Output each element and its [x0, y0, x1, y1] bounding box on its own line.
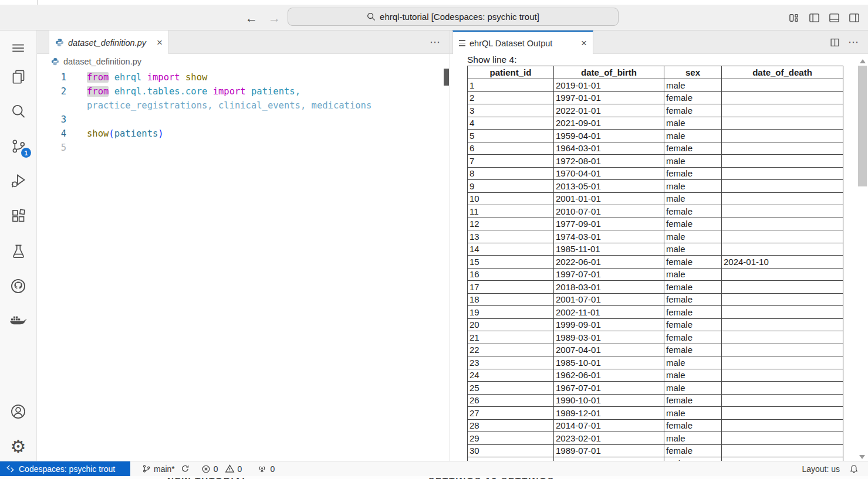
close-icon[interactable]: ×	[581, 38, 587, 48]
more-actions-icon[interactable]: ⋯	[848, 37, 860, 47]
code-line[interactable]: practice_registrations, clinical_events,…	[37, 98, 450, 113]
table-cell	[722, 281, 843, 294]
line-number[interactable]	[37, 98, 66, 113]
table-cell	[722, 130, 843, 142]
table-cell: female	[664, 344, 722, 356]
breadcrumb[interactable]: dataset_definition.py	[37, 54, 450, 69]
bell-icon[interactable]	[849, 464, 859, 474]
table-cell: female	[664, 419, 722, 432]
line-number[interactable]: 3	[37, 113, 66, 127]
table-cell: 9	[468, 180, 554, 193]
sidebar-item-github[interactable]	[0, 272, 36, 300]
toggle-panel-icon[interactable]	[829, 12, 840, 23]
table-cell: 2	[468, 91, 554, 104]
forward-button[interactable]: →	[268, 12, 281, 24]
line-number[interactable]: 5	[37, 141, 66, 155]
toggle-primary-sidebar-icon[interactable]	[809, 12, 820, 23]
webview-scrollbar[interactable]	[858, 57, 867, 461]
remote-indicator[interactable]: Codespaces: psychic trout	[0, 461, 130, 476]
line-number[interactable]: 2	[37, 84, 66, 98]
command-center-label: ehrql-tutorial [Codespaces: psychic trou…	[380, 12, 539, 22]
github-icon	[10, 278, 26, 294]
table-cell	[722, 79, 843, 92]
code-line[interactable]: 4show(patients)	[37, 127, 450, 141]
split-editor-icon[interactable]	[830, 38, 840, 47]
sidebar-item-search[interactable]	[0, 97, 36, 125]
sidebar-item-explorer[interactable]	[0, 62, 36, 90]
table-cell: 12	[468, 218, 554, 230]
tab-label: ehrQL Dataset Output	[470, 39, 552, 48]
accounts-button[interactable]	[0, 398, 36, 426]
code-line[interactable]: 2from ehrql.tables.core import patients,	[37, 84, 450, 98]
remote-label: Codespaces: psychic trout	[19, 464, 115, 474]
scroll-down-icon[interactable]	[859, 455, 865, 459]
table-cell: female	[664, 205, 722, 218]
table-cell: 6	[468, 142, 554, 155]
toggle-secondary-sidebar-icon[interactable]	[849, 12, 860, 23]
back-button[interactable]: ←	[245, 12, 258, 24]
table-cell: 1985-10-01	[554, 356, 664, 369]
code-text: from ehrql import show	[87, 70, 207, 84]
table-cell: male	[664, 369, 722, 382]
table-row: 12019-01-01male	[468, 79, 843, 92]
tab-ehrql-dataset-output[interactable]: ehrQL Dataset Output ×	[452, 30, 593, 55]
table-cell: male	[664, 192, 722, 205]
branch-status[interactable]: main*	[142, 464, 190, 474]
settings-button[interactable]: ⚙	[0, 433, 36, 461]
table-cell: 5	[468, 130, 554, 142]
sidebar-item-docker[interactable]	[0, 307, 36, 335]
more-actions-icon[interactable]: ⋯	[430, 37, 441, 47]
table-cell: 3	[468, 104, 554, 117]
ports-status[interactable]: 0	[257, 464, 275, 474]
table-cell: 1989-07-01	[554, 444, 664, 457]
table-row: 261990-10-01female	[468, 394, 843, 407]
table-cell: 4	[468, 117, 554, 130]
line-number[interactable]: 4	[37, 127, 66, 141]
table-cell: 2007-04-01	[554, 344, 664, 356]
table-cell: 24	[468, 369, 554, 382]
scroll-up-icon[interactable]	[860, 59, 866, 63]
keyboard-layout-status[interactable]: Layout: us	[802, 464, 840, 474]
table-cell: 1959-04-01	[554, 130, 664, 142]
code-line[interactable]: 5	[37, 141, 450, 155]
customize-layout-icon[interactable]	[789, 12, 800, 23]
table-row: 121977-09-01female	[468, 218, 843, 230]
sidebar-item-run-debug[interactable]	[0, 167, 36, 195]
sidebar-item-source-control[interactable]: 1	[0, 132, 36, 160]
table-header-row: patient_iddate_of_birthsexdate_of_death	[468, 66, 843, 79]
table-cell: 10	[468, 192, 554, 205]
close-icon[interactable]: ×	[157, 38, 163, 47]
column-header: date_of_death	[722, 66, 843, 79]
table-cell	[722, 344, 843, 356]
table-cell: 25	[468, 382, 554, 395]
ports-count: 0	[270, 464, 275, 474]
table-cell: 1967-07-01	[554, 382, 664, 395]
table-cell: 23	[468, 356, 554, 369]
code-line[interactable]: 1from ehrql import show	[37, 70, 450, 84]
table-cell: female	[664, 218, 722, 230]
tab-dataset-definition[interactable]: dataset_definition.py ×	[49, 30, 169, 55]
editor-scrollbar[interactable]	[444, 69, 449, 86]
sidebar-item-extensions[interactable]	[0, 202, 36, 230]
command-center[interactable]: ehrql-tutorial [Codespaces: psychic trou…	[288, 8, 619, 26]
warning-count: 0	[238, 464, 242, 474]
code-line[interactable]: 3	[37, 113, 450, 127]
table-cell: 1	[468, 79, 554, 92]
line-number[interactable]: 1	[37, 70, 66, 84]
scrollbar-thumb[interactable]	[858, 66, 867, 186]
sidebar-item-testing[interactable]	[0, 237, 36, 265]
table-cell	[722, 218, 843, 230]
preview-icon	[459, 40, 465, 46]
table-cell: male	[664, 130, 722, 142]
code-editor[interactable]: 1from ehrql import show2from ehrql.table…	[37, 69, 450, 461]
titlebar: ← → ehrql-tutorial [Codespaces: psychic …	[0, 0, 868, 30]
search-icon	[367, 12, 376, 21]
menu-button[interactable]	[0, 34, 36, 62]
problems-status[interactable]: 0 0	[201, 464, 242, 474]
table-cell	[722, 419, 843, 432]
table-cell: 1997-01-01	[554, 91, 664, 104]
table-cell: male	[664, 432, 722, 445]
table-cell: 1962-06-01	[554, 369, 664, 382]
docker-icon	[9, 314, 27, 328]
vscode-window: ← → ehrql-tutorial [Codespaces: psychic …	[0, 0, 868, 479]
